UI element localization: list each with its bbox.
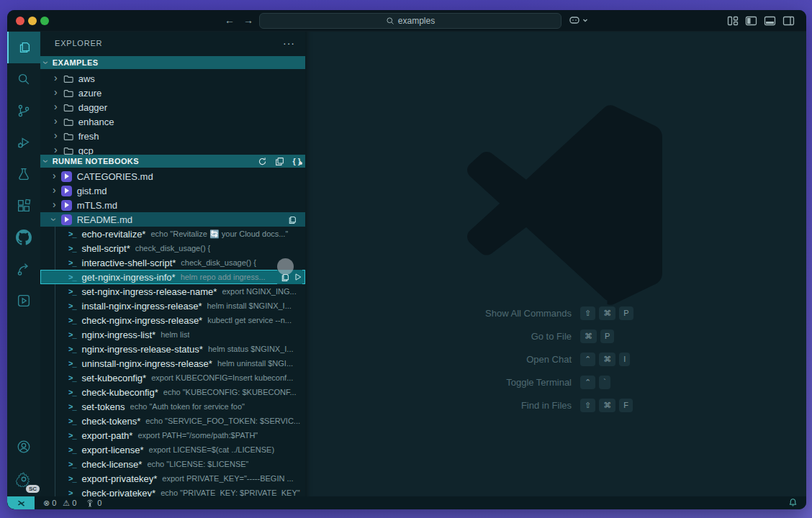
- notebook-file-list: › CATEGORIES.md › gist.md › mTLS.md: [40, 169, 305, 212]
- json-braces-icon[interactable]: { }: [292, 157, 301, 165]
- run-cell-play-icon[interactable]: [294, 273, 302, 281]
- toggle-panel-button[interactable]: [764, 15, 776, 27]
- terminal-prompt-icon: >_: [68, 359, 76, 368]
- problems-indicator[interactable]: ⊗ 0 ⚠ 0: [43, 499, 76, 508]
- notebook-file-row[interactable]: › gist.md: [40, 183, 305, 198]
- notebook-cell-row[interactable]: >_ get-nginx-ingress-info* helm repo add…: [40, 270, 305, 284]
- folder-row[interactable]: › dagger: [40, 100, 305, 114]
- chevron-right-icon: ›: [54, 87, 58, 97]
- notebook-cell-row[interactable]: >_ nginx-ingress-list* helm list: [40, 327, 305, 342]
- explorer-sidebar: EXPLORER ··· › EXAMPLES › aws › azure: [40, 32, 305, 496]
- notifications-bell[interactable]: [788, 498, 798, 509]
- navigate-back-button[interactable]: ←: [223, 14, 236, 26]
- activity-runme[interactable]: [7, 285, 40, 317]
- folder-row[interactable]: › azure: [40, 86, 305, 100]
- notebook-cell-row[interactable]: >_ uninstall-nginx-ingress-release* helm…: [40, 356, 305, 371]
- activity-share[interactable]: [7, 253, 40, 285]
- notebook-cell-row[interactable]: >_ echo-revitalize* echo "Revitalize 🔄 y…: [40, 227, 305, 241]
- toggle-primary-sidebar-button[interactable]: [745, 15, 757, 27]
- shortcut-row: Open Chat ⌃⌘I: [392, 351, 633, 367]
- ports-count: 0: [97, 499, 102, 507]
- activity-testing[interactable]: [7, 158, 40, 190]
- readme-file-label: README.md: [77, 214, 132, 225]
- notebook-cell-row[interactable]: >_ check-tokens* echo "SERVICE_FOO_TOKEN…: [40, 414, 305, 428]
- chevron-down-icon: ›: [41, 160, 51, 163]
- terminal-prompt-icon: >_: [68, 388, 76, 396]
- search-icon: [16, 71, 32, 87]
- notebook-file-row[interactable]: › mTLS.md: [40, 198, 305, 212]
- minimize-window-button[interactable]: [28, 17, 37, 25]
- more-actions-icon[interactable]: ···: [283, 37, 295, 49]
- folder-icon: [63, 74, 73, 83]
- notebook-cell-row[interactable]: >_ interactive-shell-script* check_disk_…: [40, 255, 305, 270]
- toggle-secondary-sidebar-icon: [782, 15, 795, 27]
- zoom-window-button[interactable]: [40, 17, 49, 25]
- notebook-cell-row[interactable]: >_ set-tokens echo "Auth token for servi…: [40, 399, 305, 414]
- notebook-cell-row[interactable]: >_ set-nginx-ingress-release-name* expor…: [40, 284, 305, 299]
- watermark-shortcuts: Show All Commands ⇧⌘P Go to File ⌘P Open…: [392, 305, 633, 413]
- vscode-window: ← → examples: [7, 10, 806, 509]
- terminal-prompt-icon: >_: [68, 287, 76, 296]
- runme-notebook-icon: [61, 186, 72, 196]
- notebook-cell-row[interactable]: >_ set-kubeconfig* export KUBECONFIG=Ins…: [40, 371, 305, 385]
- section-runme-notebooks[interactable]: › RUNME NOTEBOOKS { }: [40, 155, 305, 168]
- activity-search[interactable]: [7, 63, 40, 95]
- command-center-search[interactable]: examples: [259, 13, 561, 29]
- runme-notebook-icon: [61, 214, 72, 225]
- notebook-cell-row[interactable]: >_ export-path* export PATH="/some/path:…: [40, 428, 305, 442]
- toggle-secondary-sidebar-button[interactable]: [782, 15, 795, 27]
- remote-indicator[interactable]: [7, 496, 35, 509]
- notebook-cell-row[interactable]: >_ install-nginx-ingress-release* helm i…: [40, 299, 305, 313]
- folder-icon: [63, 146, 73, 155]
- readme-file-row[interactable]: › README.md: [40, 212, 305, 227]
- notebook-cell-row[interactable]: >_ check-license* echo "LICENSE: $LICENS…: [40, 457, 305, 471]
- ports-indicator[interactable]: 0: [85, 499, 102, 508]
- search-icon: [386, 17, 394, 25]
- section-runme-label: RUNME NOTEBOOKS: [53, 157, 139, 165]
- customize-layout-button[interactable]: [726, 15, 739, 27]
- notebook-cell-row[interactable]: >_ check-kubeconfig* echo "KUBECONFIG: $…: [40, 385, 305, 399]
- folder-icon: [63, 88, 73, 98]
- chevron-right-icon: ›: [54, 73, 58, 83]
- explorer-files-icon: [17, 40, 32, 55]
- folder-row[interactable]: › enhance: [40, 114, 305, 129]
- key-shift: ⇧: [580, 306, 595, 320]
- notebook-cell-row[interactable]: >_ check-nginx-ingress-release* kubectl …: [40, 313, 305, 327]
- copy-icon[interactable]: [287, 215, 297, 224]
- terminal-prompt-icon: >_: [68, 258, 76, 267]
- folder-row[interactable]: › gcp: [40, 143, 305, 155]
- notebook-cell-row[interactable]: >_ export-license* export LICENSE=$(cat …: [40, 442, 305, 457]
- shortcut-row: Show All Commands ⇧⌘P: [392, 305, 633, 321]
- activity-github[interactable]: [7, 222, 40, 253]
- section-examples[interactable]: › EXAMPLES: [40, 56, 305, 69]
- notebook-file-row[interactable]: › CATEGORIES.md: [40, 169, 305, 183]
- notebook-cell-row[interactable]: >_ shell-script* check_disk_usage() {: [40, 241, 305, 255]
- chevron-right-icon: ›: [54, 130, 58, 140]
- folder-row[interactable]: › aws: [40, 71, 305, 86]
- activity-extensions[interactable]: [7, 190, 40, 222]
- close-window-button[interactable]: [16, 17, 24, 25]
- warning-count: 0: [72, 499, 76, 507]
- activity-explorer[interactable]: [7, 32, 40, 63]
- copilot-menu[interactable]: [569, 15, 588, 25]
- key-p: P: [619, 306, 633, 320]
- refresh-icon[interactable]: [258, 157, 267, 166]
- notebook-cell-row[interactable]: >_ export-privatekey* export PRIVATE_KEY…: [40, 471, 305, 486]
- activity-bar: [7, 32, 40, 496]
- runme-notebook-icon: [61, 200, 72, 211]
- chevron-right-icon: ›: [54, 116, 58, 126]
- key-cmd: ⌘: [599, 353, 615, 366]
- accounts-button[interactable]: [7, 431, 40, 463]
- activity-source-control[interactable]: [7, 95, 40, 127]
- activity-run-debug[interactable]: [7, 127, 40, 158]
- navigate-forward-button[interactable]: →: [242, 14, 255, 26]
- folder-row[interactable]: › fresh: [40, 129, 305, 143]
- shortcut-row: Find in Files ⇧⌘F: [392, 397, 633, 413]
- notebook-cell-row[interactable]: >_ check-privatekey* echo "PRIVATE_KEY: …: [40, 486, 305, 496]
- notebook-cell-row[interactable]: >_ nginx-ingress-release-status* helm st…: [40, 342, 305, 356]
- vscode-logo-watermark: [464, 104, 666, 306]
- testing-beaker-icon: [16, 166, 32, 182]
- open-editor-icon[interactable]: [275, 157, 284, 166]
- toggle-primary-sidebar-icon: [745, 15, 757, 27]
- terminal-prompt-icon: >_: [68, 230, 76, 238]
